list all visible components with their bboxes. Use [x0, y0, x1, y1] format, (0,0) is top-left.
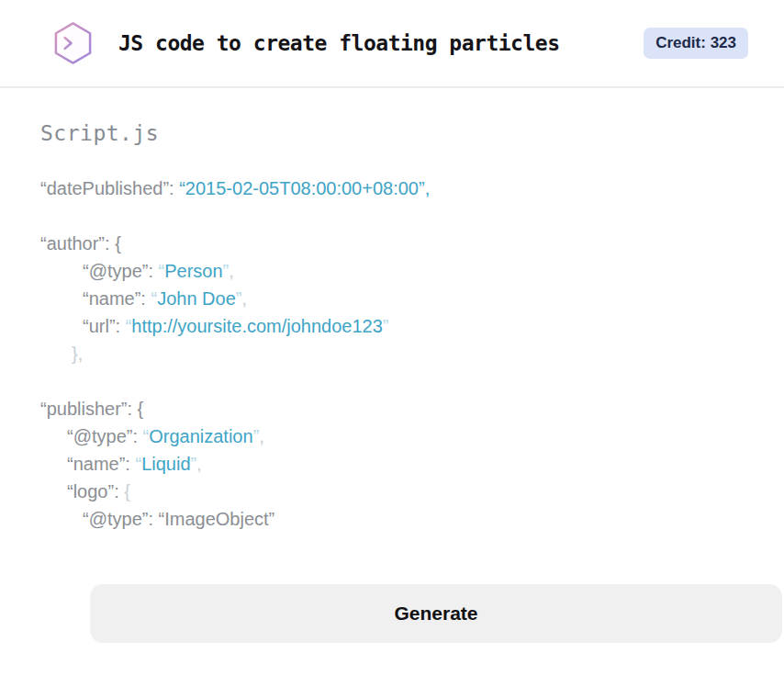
- code-line: “@type”: “Organization”,: [40, 422, 744, 450]
- terminal-hexagon-icon: [51, 20, 95, 66]
- code-segment: Person: [164, 261, 222, 281]
- code-segment: http://yoursite.com/johndoe123: [131, 316, 383, 336]
- code-segment: ,: [241, 288, 247, 309]
- file-title: Script.js: [40, 121, 744, 145]
- code-blank-line: [40, 367, 744, 395]
- generate-button[interactable]: Generate: [90, 584, 782, 643]
- code-segment: “name”:: [67, 454, 135, 474]
- code-segment: “name”:: [83, 288, 151, 309]
- code-line: “@type”: “ImageObject”: [40, 505, 744, 533]
- code-block: “datePublished”: “2015-02-05T08:00:00+08…: [40, 175, 744, 533]
- code-line: “publisher”: {: [40, 395, 744, 422]
- code-segment: “2015-02-05T08:00:00+08:00”,: [179, 178, 430, 198]
- code-segment: “logo”:: [67, 481, 124, 501]
- code-segment: {: [124, 481, 130, 501]
- credit-badge: Credit: 323: [644, 28, 748, 59]
- header: JS code to create floating particles Cre…: [0, 0, 784, 88]
- code-line: “url”: “http://yoursite.com/johndoe123”: [40, 312, 744, 340]
- code-segment: ,: [229, 261, 234, 281]
- page-title: JS code to create floating particles: [118, 31, 644, 55]
- code-segment: “@type”:: [83, 261, 159, 281]
- code-segment: ,: [259, 426, 264, 446]
- code-line: },: [40, 340, 744, 367]
- code-line: “@type”: “Person”,: [40, 257, 744, 285]
- code-blank-line: [40, 202, 744, 230]
- code-segment: Liquid: [141, 454, 190, 474]
- code-segment: Organization: [149, 426, 252, 446]
- code-line: “name”: “Liquid”,: [40, 450, 744, 478]
- code-segment: },: [72, 344, 83, 364]
- code-segment: ,: [196, 454, 202, 474]
- code-line: “logo”: {: [40, 478, 744, 505]
- code-segment: “@type”:: [67, 426, 143, 446]
- code-segment: “author”: {: [40, 233, 121, 253]
- code-segment: ”: [383, 316, 389, 336]
- code-segment: “url”:: [83, 316, 126, 336]
- code-segment: “@type”: “ImageObject”: [83, 509, 274, 529]
- main-content: Script.js “datePublished”: “2015-02-05T0…: [0, 88, 784, 643]
- code-segment: “publisher”: {: [40, 399, 143, 419]
- code-line: “datePublished”: “2015-02-05T08:00:00+08…: [40, 175, 744, 202]
- code-line: “author”: {: [40, 230, 744, 257]
- code-segment: “datePublished”:: [40, 178, 179, 198]
- code-line: “name”: “John Doe”,: [40, 285, 744, 312]
- code-segment: John Doe: [157, 288, 236, 309]
